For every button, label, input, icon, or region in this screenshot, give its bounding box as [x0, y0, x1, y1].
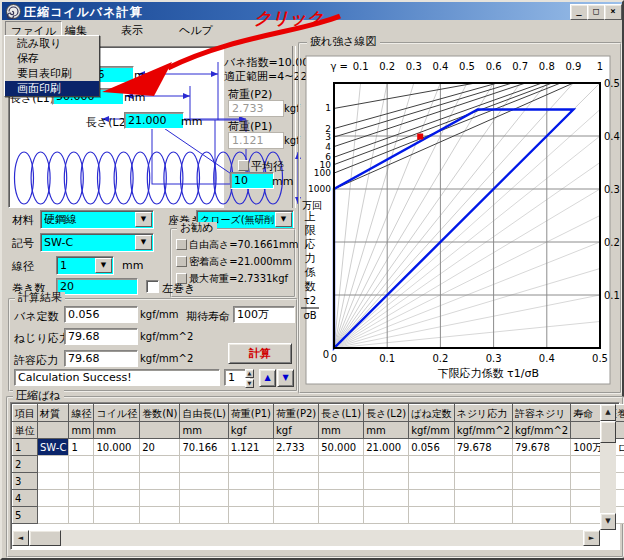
calculate-button[interactable]: 計算: [228, 343, 292, 364]
material-combo[interactable]: 硬鋼線 ▼: [40, 210, 154, 229]
data-cell[interactable]: [140, 490, 180, 507]
data-cell[interactable]: [180, 490, 228, 507]
data-cell[interactable]: 20: [140, 439, 180, 456]
recommend-apply-icon[interactable]: [176, 239, 187, 250]
data-cell[interactable]: [94, 490, 140, 507]
data-cell[interactable]: [140, 473, 180, 490]
data-cell[interactable]: 1: [69, 439, 94, 456]
allowable-stress-field[interactable]: 79.68: [64, 350, 138, 367]
spring-rate-field[interactable]: 0.056: [64, 306, 138, 323]
file-menu-item-1[interactable]: 保存: [5, 51, 99, 66]
scroll-up-icon[interactable]: ▲: [600, 404, 616, 421]
close-button[interactable]: ×: [604, 4, 622, 20]
data-cell[interactable]: [228, 473, 273, 490]
prev-record-button[interactable]: ▲: [259, 369, 276, 387]
data-cell[interactable]: [228, 490, 273, 507]
minimize-button[interactable]: _: [570, 4, 588, 20]
data-cell[interactable]: [228, 507, 273, 524]
data-cell[interactable]: [409, 490, 454, 507]
data-cell[interactable]: 70.166: [180, 439, 228, 456]
unit-cell-2: mm: [69, 422, 94, 439]
torsion-stress-field[interactable]: 79.68: [64, 328, 138, 345]
data-cell[interactable]: 2.733: [274, 439, 319, 456]
data-cell[interactable]: [94, 473, 140, 490]
end-coil-dropdown-icon[interactable]: ▼: [275, 212, 292, 227]
data-cell[interactable]: [319, 473, 364, 490]
data-cell[interactable]: 0.056: [409, 439, 454, 456]
data-cell[interactable]: [512, 490, 570, 507]
data-cell[interactable]: [454, 473, 512, 490]
maximize-button[interactable]: □: [587, 4, 605, 20]
data-cell[interactable]: [94, 456, 140, 473]
data-cell[interactable]: [409, 456, 454, 473]
recommend-apply-icon[interactable]: [176, 256, 187, 267]
data-cell[interactable]: [180, 507, 228, 524]
data-cell[interactable]: [38, 490, 69, 507]
data-cell[interactable]: [454, 456, 512, 473]
data-cell[interactable]: [364, 473, 409, 490]
next-record-button[interactable]: ▼: [277, 369, 294, 387]
data-cell[interactable]: [274, 473, 319, 490]
data-cell[interactable]: [512, 473, 570, 490]
data-cell[interactable]: [512, 507, 570, 524]
coil-count-field[interactable]: 20: [56, 278, 138, 295]
life-field[interactable]: 100万: [233, 306, 295, 323]
data-cell[interactable]: 79.678: [454, 439, 512, 456]
h-scrollbar[interactable]: ◄ ►: [12, 530, 600, 546]
menu-help[interactable]: ヘルプ: [174, 21, 218, 40]
scroll-down-icon[interactable]: ▼: [600, 513, 616, 530]
data-cell[interactable]: [364, 490, 409, 507]
data-cell[interactable]: [69, 473, 94, 490]
data-cell[interactable]: [69, 490, 94, 507]
data-cell[interactable]: [364, 456, 409, 473]
data-cell[interactable]: [140, 456, 180, 473]
data-cell[interactable]: [454, 507, 512, 524]
scroll-left-icon[interactable]: ◄: [12, 530, 29, 546]
data-cell[interactable]: [512, 456, 570, 473]
data-cell[interactable]: [69, 507, 94, 524]
scroll-right-icon[interactable]: ►: [583, 530, 600, 546]
file-menu-item-3[interactable]: 画面印刷: [5, 81, 99, 96]
wire-dia-combo[interactable]: 1 ▼: [56, 256, 114, 275]
length-l2-field[interactable]: 21.000: [124, 112, 184, 129]
data-cell[interactable]: [38, 456, 69, 473]
data-cell[interactable]: [274, 456, 319, 473]
v-scrollbar[interactable]: ▲ ▼: [600, 404, 616, 530]
data-cell[interactable]: 79.678: [512, 439, 570, 456]
data-cell[interactable]: 10.000: [94, 439, 140, 456]
data-cell[interactable]: 21.000: [364, 439, 409, 456]
data-cell[interactable]: [409, 507, 454, 524]
v-scroll-thumb[interactable]: [600, 421, 616, 443]
h-scroll-thumb[interactable]: [29, 530, 61, 546]
data-cell[interactable]: [140, 507, 180, 524]
data-cell[interactable]: [38, 473, 69, 490]
symbol-combo[interactable]: SW-C ▼: [40, 233, 154, 252]
menu-view[interactable]: 表示: [116, 21, 148, 40]
data-cell[interactable]: [274, 507, 319, 524]
data-cell[interactable]: [274, 490, 319, 507]
left-hand-checkbox[interactable]: [146, 280, 159, 293]
data-cell[interactable]: 50.000: [319, 439, 364, 456]
record-spinner-buttons[interactable]: ▲ ▼: [245, 369, 254, 386]
wire-dia-dropdown-icon[interactable]: ▼: [95, 258, 112, 273]
data-cell[interactable]: [69, 456, 94, 473]
file-menu-item-2[interactable]: 要目表印刷: [5, 66, 99, 81]
symbol-dropdown-icon[interactable]: ▼: [135, 235, 152, 250]
mean-diameter-field[interactable]: 10: [230, 172, 274, 189]
data-cell[interactable]: [409, 473, 454, 490]
data-cell[interactable]: [319, 456, 364, 473]
data-cell[interactable]: [38, 507, 69, 524]
file-menu-item-0[interactable]: 読み取り: [5, 36, 99, 51]
data-cell[interactable]: [94, 507, 140, 524]
data-cell[interactable]: [228, 456, 273, 473]
data-cell[interactable]: [180, 473, 228, 490]
data-cell[interactable]: 1.121: [228, 439, 273, 456]
data-cell[interactable]: [454, 490, 512, 507]
material-dropdown-icon[interactable]: ▼: [135, 212, 152, 227]
data-cell[interactable]: [364, 507, 409, 524]
data-cell[interactable]: SW-C: [38, 439, 69, 456]
data-cell[interactable]: [319, 490, 364, 507]
life-line-label: 1000: [308, 184, 331, 194]
data-cell[interactable]: [319, 507, 364, 524]
data-cell[interactable]: [180, 456, 228, 473]
